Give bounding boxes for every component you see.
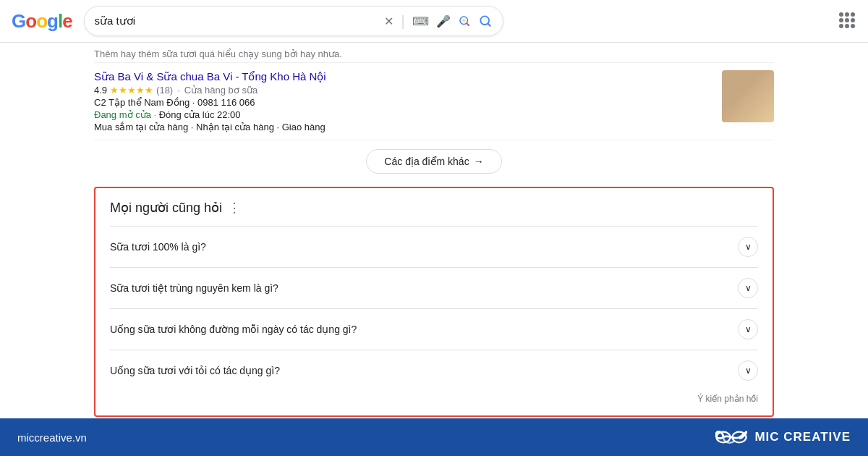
- header-right: [839, 12, 856, 30]
- review-count: (18): [156, 85, 173, 96]
- paa-feedback[interactable]: Ý kiến phản hồi: [110, 391, 758, 404]
- business-address: C2 Tập thể Nam Đồng · 0981 116 066: [94, 97, 713, 108]
- arrow-icon: →: [474, 156, 484, 167]
- rating-value: 4.9: [94, 85, 107, 96]
- main-content: Thêm hay thêm sữa tươi quá hiểu chạy sun…: [0, 43, 868, 456]
- apps-icon[interactable]: [839, 12, 856, 30]
- star-rating: ★★★★★: [110, 85, 153, 96]
- more-locations-container: Các địa điểm khác →: [94, 149, 774, 174]
- clear-icon[interactable]: ✕: [384, 14, 393, 28]
- business-category: Cửa hàng bơ sữa: [184, 85, 258, 96]
- svg-point-1: [462, 19, 466, 22]
- search-bar-container: ✕ | ⌨ 🎤: [84, 6, 503, 36]
- paa-header: Mọi người cũng hỏi ⋮: [110, 200, 758, 216]
- mic-creative-logo: [715, 427, 747, 447]
- paa-chevron-4: [738, 360, 758, 381]
- open-status: Đang mở cửa: [94, 109, 151, 120]
- more-locations-button[interactable]: Các địa điểm khác →: [366, 149, 501, 174]
- footer-brand-name: MIC CREATIVE: [754, 430, 851, 444]
- paa-chevron-2: [738, 278, 758, 298]
- business-info: Sữa Ba Vi & Sữa chua Ba Vi - Tổng Kho Hà…: [94, 70, 713, 132]
- voice-search-icon[interactable]: 🎤: [436, 14, 451, 28]
- paa-title: Mọi người cũng hỏi: [110, 200, 222, 216]
- paa-question-1: Sữa tươi 100% là gì?: [110, 241, 206, 253]
- business-listing: Sữa Ba Vi & Sữa chua Ba Vi - Tổng Kho Hà…: [94, 63, 774, 140]
- footer-website: miccreative.vn: [17, 431, 87, 444]
- header: Google ✕ | ⌨ 🎤: [0, 0, 868, 43]
- search-submit-icon[interactable]: [478, 14, 493, 28]
- service-options: Mua sắm tại cửa hàng · Nhận tại cửa hàng…: [94, 122, 713, 132]
- partial-result: Thêm hay thêm sữa tươi quá hiểu chạy sun…: [94, 43, 774, 63]
- paa-item-3[interactable]: Uống sữa tươi không đường mỗi ngày có tá…: [110, 308, 758, 350]
- business-title-link[interactable]: Sữa Ba Vi & Sữa chua Ba Vi - Tổng Kho Hà…: [94, 70, 326, 83]
- paa-question-4: Uống sữa tươi với tỏi có tác dụng gì?: [110, 365, 280, 376]
- google-logo: Google: [12, 10, 72, 33]
- thumbnail-image: [722, 70, 774, 122]
- bullet-1: ·: [177, 85, 180, 96]
- partial-result-text: Thêm hay thêm sữa tươi quá hiểu chạy sun…: [94, 48, 342, 59]
- image-search-icon[interactable]: [458, 14, 471, 28]
- paa-question-2: Sữa tươi tiệt trùng nguyên kem là gì?: [110, 282, 278, 294]
- bullet-2: ·: [154, 109, 159, 120]
- paa-chevron-1: [738, 237, 758, 257]
- rating-row: 4.9 ★★★★★ (18) · Cửa hàng bơ sữa: [94, 85, 713, 96]
- closing-time: Đóng cửa lúc 22:00: [159, 109, 241, 120]
- paa-item-2[interactable]: Sữa tươi tiệt trùng nguyên kem là gì?: [110, 267, 758, 308]
- paa-question-3: Uống sữa tươi không đường mỗi ngày có tá…: [110, 324, 357, 335]
- paa-item-4[interactable]: Uống sữa tươi với tỏi có tác dụng gì?: [110, 350, 758, 391]
- paa-item-1[interactable]: Sữa tươi 100% là gì?: [110, 226, 758, 267]
- search-input[interactable]: [95, 15, 379, 28]
- keyboard-icon[interactable]: ⌨: [412, 14, 429, 28]
- footer-brand: MIC CREATIVE: [715, 427, 851, 447]
- more-locations-label: Các địa điểm khác: [384, 156, 469, 167]
- business-thumbnail: [722, 70, 774, 122]
- paa-chevron-3: [738, 319, 758, 339]
- paa-box: Mọi người cũng hỏi ⋮ Sữa tươi 100% là gì…: [94, 187, 774, 417]
- footer-bar: miccreative.vn MIC CREATIVE: [0, 418, 868, 456]
- paa-menu-icon[interactable]: ⋮: [228, 200, 241, 216]
